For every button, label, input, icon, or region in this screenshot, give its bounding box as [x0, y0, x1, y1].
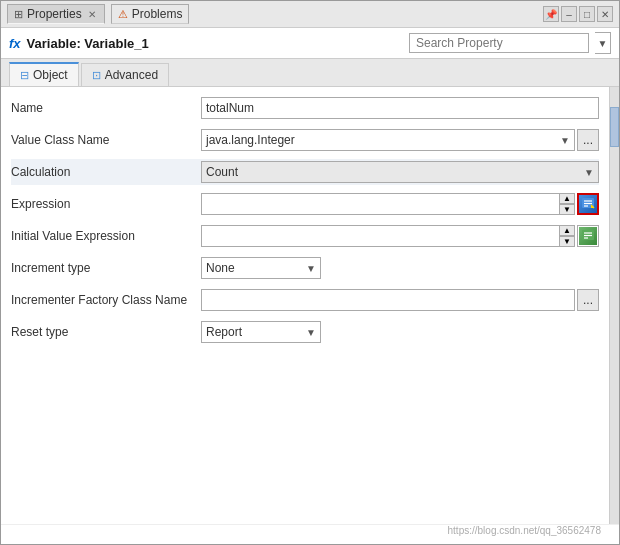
increment-type-row: Increment type None ▼ [11, 255, 599, 281]
calculation-arrow: ▼ [584, 167, 594, 178]
expression-label: Expression [11, 197, 201, 211]
tab-advanced-label: Advanced [105, 68, 158, 82]
value-class-control: java.lang.Integer ▼ ... [201, 129, 599, 151]
main-area: Name Value Class Name java.lang.Integer … [1, 87, 619, 524]
incrementer-input[interactable] [201, 289, 575, 311]
tabs-bar: ⊟ Object ⊡ Advanced [1, 59, 619, 87]
expression-spin-wrap: ▲ ▼ [201, 193, 575, 215]
initial-value-label: Initial Value Expression [11, 229, 201, 243]
title-bar: ⊞ Properties ✕ ⚠ Problems 📌 – □ ✕ [1, 1, 619, 28]
reset-type-value: Report [206, 325, 242, 339]
fx-label: fx [9, 36, 21, 51]
increment-type-value: None [206, 261, 235, 275]
increment-type-label: Increment type [11, 261, 201, 275]
incrementer-label: Incrementer Factory Class Name [11, 293, 201, 307]
properties-tab-label: Properties [27, 7, 82, 21]
incrementer-control: ... [201, 289, 599, 311]
reset-type-label: Reset type [11, 325, 201, 339]
calculation-row: Calculation Count ▼ [11, 159, 599, 185]
value-class-value: java.lang.Integer [206, 133, 295, 147]
name-label: Name [11, 101, 201, 115]
variable-title: Variable: Variable_1 [27, 36, 149, 51]
initial-value-control: ▲ ▼ [201, 225, 599, 247]
problems-tab-icon: ⚠ [118, 8, 128, 21]
expression-control: ▲ ▼ [201, 193, 599, 215]
restore-button[interactable]: □ [579, 6, 595, 22]
value-class-row: Value Class Name java.lang.Integer ▼ ... [11, 127, 599, 153]
incrementer-dots-button[interactable]: ... [577, 289, 599, 311]
problems-tab-label: Problems [132, 7, 183, 21]
expression-spin-down[interactable]: ▼ [559, 204, 575, 215]
expression-spinners: ▲ ▼ [559, 193, 575, 215]
expression-edit-icon [579, 195, 597, 213]
properties-tab-icon: ⊞ [14, 8, 23, 21]
tab-advanced[interactable]: ⊡ Advanced [81, 63, 169, 86]
value-class-dots-button[interactable]: ... [577, 129, 599, 151]
increment-type-select[interactable]: None ▼ [201, 257, 321, 279]
initial-value-spinners: ▲ ▼ [559, 225, 575, 247]
vertical-scrollbar[interactable] [609, 87, 619, 524]
name-control [201, 97, 599, 119]
tab-object-icon: ⊟ [20, 69, 29, 82]
calculation-control: Count ▼ [201, 161, 599, 183]
close-button[interactable]: ✕ [597, 6, 613, 22]
value-class-select[interactable]: java.lang.Integer ▼ [201, 129, 575, 151]
initial-value-spin-wrap: ▲ ▼ [201, 225, 575, 247]
increment-type-control: None ▼ [201, 257, 599, 279]
scrollbar-thumb[interactable] [610, 107, 619, 147]
minimize-button[interactable]: – [561, 6, 577, 22]
initial-value-edit-button[interactable] [577, 225, 599, 247]
reset-type-control: Report ▼ [201, 321, 599, 343]
initial-value-spin-down[interactable]: ▼ [559, 236, 575, 247]
incrementer-row: Incrementer Factory Class Name ... [11, 287, 599, 313]
calculation-label: Calculation [11, 165, 201, 179]
tab-advanced-icon: ⊡ [92, 69, 101, 82]
properties-tab[interactable]: ⊞ Properties ✕ [7, 4, 105, 24]
name-input[interactable] [201, 97, 599, 119]
reset-type-arrow: ▼ [306, 327, 316, 338]
increment-type-arrow: ▼ [306, 263, 316, 274]
value-class-label: Value Class Name [11, 133, 201, 147]
value-class-arrow: ▼ [560, 135, 570, 146]
reset-type-select[interactable]: Report ▼ [201, 321, 321, 343]
expression-spin-up[interactable]: ▲ [559, 193, 575, 204]
expression-input[interactable] [201, 193, 575, 215]
pin-button[interactable]: 📌 [543, 6, 559, 22]
expression-edit-button[interactable] [577, 193, 599, 215]
reset-type-row: Reset type Report ▼ [11, 319, 599, 345]
main-window: ⊞ Properties ✕ ⚠ Problems 📌 – □ ✕ fx Var… [0, 0, 620, 545]
initial-value-spin-up[interactable]: ▲ [559, 225, 575, 236]
calculation-select[interactable]: Count ▼ [201, 161, 599, 183]
initial-value-input[interactable] [201, 225, 575, 247]
name-row: Name [11, 95, 599, 121]
tab-object-label: Object [33, 68, 68, 82]
fx-bar: fx Variable: Variable_1 ▼ [1, 28, 619, 59]
watermark-text: https://blog.csdn.net/qq_36562478 [448, 525, 601, 536]
properties-content: Name Value Class Name java.lang.Integer … [1, 87, 609, 524]
expression-row: Expression ▲ ▼ [11, 191, 599, 217]
properties-tab-close[interactable]: ✕ [86, 9, 98, 20]
search-input[interactable] [409, 33, 589, 53]
calculation-value: Count [206, 165, 238, 179]
window-controls: 📌 – □ ✕ [543, 6, 613, 22]
problems-tab[interactable]: ⚠ Problems [111, 4, 190, 24]
tab-object[interactable]: ⊟ Object [9, 62, 79, 86]
initial-value-row: Initial Value Expression ▲ ▼ [11, 223, 599, 249]
initial-value-edit-icon [579, 227, 597, 245]
search-dropdown-button[interactable]: ▼ [595, 32, 611, 54]
